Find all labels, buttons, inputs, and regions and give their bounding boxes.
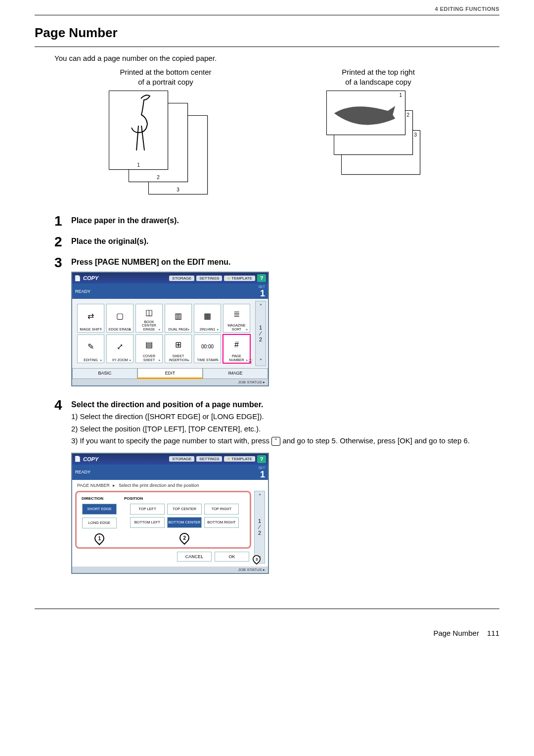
edit-sheet-insertion[interactable]: ⊞SHEET INSERTION▸	[165, 334, 192, 363]
pos-bottom-right[interactable]: BOTTOM RIGHT	[204, 517, 239, 528]
help-button[interactable]: ?	[257, 274, 266, 282]
cancel-button[interactable]: CANCEL	[177, 552, 212, 562]
illustration-row: Printed at the bottom center of a portra…	[54, 67, 480, 199]
copy-icon: 📄	[74, 456, 81, 462]
scroll-down-icon[interactable]: ˅	[260, 358, 262, 364]
illus-landscape-stack: 3 2 1	[326, 91, 430, 199]
step-title-2: Place the original(s).	[71, 237, 499, 246]
step-title-4: Select the direction and position of a p…	[71, 400, 499, 409]
scroll-up-icon-2[interactable]: ˄	[259, 493, 261, 499]
template-pill[interactable]: ★TEMPLATE	[224, 276, 255, 281]
rule-title	[35, 47, 499, 47]
copy-icon: 📄	[74, 275, 81, 282]
short-edge-button[interactable]: SHORT EDGE	[82, 504, 117, 515]
ready-label: READY	[75, 289, 90, 294]
step-num-4: 4	[54, 398, 71, 412]
page-title: Page Number	[35, 25, 499, 41]
tab-basic[interactable]: BASIC	[72, 368, 137, 379]
step-num-2: 2	[54, 235, 71, 249]
job-status-2[interactable]: JOB STATUS ▸	[72, 567, 268, 573]
edit-editing[interactable]: ✎EDITING▸	[77, 334, 104, 363]
edit-dual-page[interactable]: ▥DUAL PAGE▸	[165, 304, 192, 332]
pos-bottom-center[interactable]: BOTTOM CENTER	[167, 517, 202, 528]
header-breadcrumb: 4 EDITING FUNCTIONS	[35, 0, 499, 15]
direction-label: DIRECTION	[80, 496, 119, 501]
page-footer: Page Number 111	[35, 629, 499, 637]
storage-pill-2[interactable]: STORAGE	[169, 456, 194, 462]
step-title-1: Place paper in the drawer(s).	[71, 216, 499, 225]
position-label: POSITION	[122, 496, 247, 501]
flamingo-icon	[109, 91, 168, 160]
edit-xy-zoom[interactable]: ⤢XY ZOOM▸	[106, 334, 134, 363]
step-num-3: 3	[54, 256, 71, 270]
pos-top-center[interactable]: TOP CENTER	[167, 504, 202, 515]
illus-caption-right: Printed at the top right of a landscape …	[326, 67, 430, 87]
pos-top-right[interactable]: TOP RIGHT	[204, 504, 239, 515]
substeps: 1) Select the direction ([SHORT EDGE] or…	[71, 411, 499, 447]
step-num-1: 1	[54, 214, 71, 228]
settings-pill-2[interactable]: SETTINGS	[196, 456, 222, 462]
edit-magazine-sort[interactable]: ≣MAGAZINE SORT▸	[223, 304, 250, 332]
settings-pill[interactable]: SETTINGS	[196, 276, 222, 281]
job-status[interactable]: JOB STATUS ▸	[72, 379, 268, 385]
rule-top	[35, 15, 499, 15]
crumb-instruction: Select the print direction and the posit…	[119, 483, 199, 488]
long-edge-button[interactable]: LONG EDGE	[82, 518, 117, 528]
tab-edit[interactable]: EDIT	[137, 368, 203, 379]
edit-image-shift[interactable]: ⇄IMAGE SHIFT▸	[77, 304, 104, 332]
illus-caption-left: Printed at the bottom center of a portra…	[104, 67, 227, 87]
scroll-up-icon[interactable]: ˄	[260, 303, 262, 309]
intro-text: You can add a page number on the copied …	[54, 54, 499, 62]
screenshot-edit-menu: 📄 COPY STORAGE SETTINGS ★TEMPLATE ? READ…	[71, 272, 269, 386]
whale-icon	[327, 91, 405, 136]
illus-portrait-stack: 3 2 1	[104, 91, 227, 199]
rule-footer	[35, 609, 499, 609]
edit-page-number[interactable]: #PAGE NUMBER▸ ☟	[223, 334, 250, 363]
edit-time-stamp[interactable]: 00:00TIME STAMP▸	[194, 334, 221, 363]
down-chip-icon: ˅	[271, 437, 280, 446]
set-count: 1	[260, 288, 265, 298]
edit-edge-erase[interactable]: ▢EDGE ERASE▸	[106, 304, 134, 332]
edit-book-center-erase[interactable]: ◫BOOK CENTER ERASE▸	[135, 304, 163, 332]
step-title-3: Press [PAGE NUMBER] on the EDIT menu.	[71, 258, 499, 267]
ready-label-2: READY	[75, 470, 90, 474]
edit-2in1-4in1[interactable]: ▦2IN1/4IN1▸	[194, 304, 221, 332]
help-button-2[interactable]: ?	[257, 455, 266, 463]
screenshot-page-number-settings: 📄 COPY STORAGE SETTINGS ★TEMPLATE ? READ…	[71, 453, 269, 574]
ok-button[interactable]: OK	[215, 552, 249, 562]
storage-pill[interactable]: STORAGE	[169, 276, 194, 281]
copy-label-2: COPY	[83, 456, 98, 462]
marker-1-icon: 1	[92, 531, 106, 545]
pos-bottom-left[interactable]: BOTTOM LEFT	[130, 517, 165, 528]
tab-image[interactable]: IMAGE	[203, 368, 268, 379]
edit-cover-sheet[interactable]: ▤COVER SHEET▸	[135, 334, 163, 363]
marker-2-icon: 2	[178, 530, 191, 544]
cursor-icon: ☟	[248, 358, 253, 366]
copy-label: COPY	[83, 275, 98, 281]
pos-top-left[interactable]: TOP LEFT	[130, 504, 165, 515]
crumb-page-number: PAGE NUMBER	[77, 483, 110, 488]
template-pill-2[interactable]: ★TEMPLATE	[224, 456, 255, 462]
